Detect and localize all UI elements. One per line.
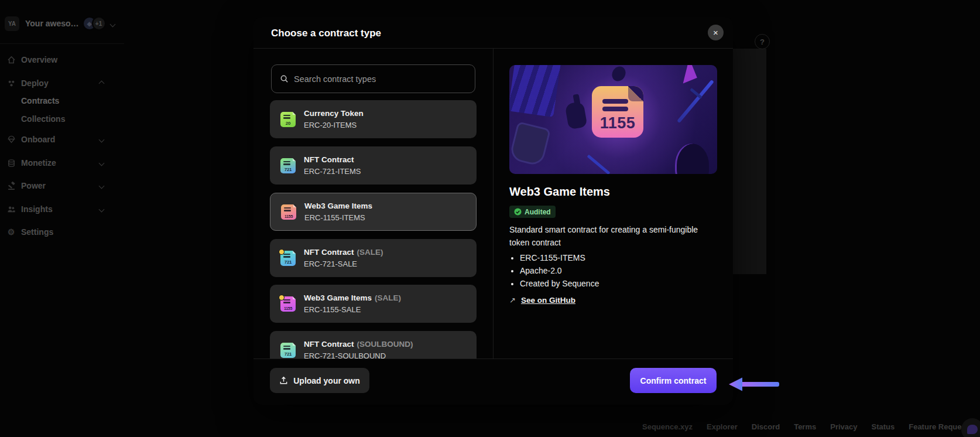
search-icon [280,74,289,83]
sword-icon [677,80,714,123]
wedge-shape [675,65,697,84]
bullet-item: Apache-2.0 [520,265,599,276]
contract-option-erc1155-sale[interactable]: 1155 Web3 Game Items(SALE) ERC-1155-SALE [270,285,477,323]
potion-bottle-icon [564,101,587,130]
bullet-item: ERC-1155-ITEMS [520,252,599,264]
contract-code: ERC-1155-ITEMS [304,213,372,223]
contract-code: ERC-20-ITEMS [304,120,364,130]
choose-contract-modal: Choose a contract type × 20 Currency Tok… [253,17,733,405]
erc721-sale-doc-icon: 721 [280,251,296,266]
contract-code: ERC-721-SALE [304,259,383,269]
shield-icon [509,121,551,167]
contract-name: NFT Contract [304,248,354,257]
upload-your-own-button[interactable]: Upload your own [270,368,369,393]
annotation-arrow [728,375,780,393]
confirm-contract-button[interactable]: Confirm contract [630,368,717,393]
erc1155-document-icon: 1155 [592,86,643,138]
footer-divider [253,359,733,359]
contract-name: Web3 Game Items [304,202,372,210]
contract-option-erc1155-selected[interactable]: 1155 Web3 Game Items ERC-1155-ITEMS [270,193,477,231]
close-icon[interactable]: × [708,25,724,40]
detail-title: Web3 Game Items [509,185,610,199]
search-box [271,64,475,93]
folded-corner [628,86,643,101]
contract-code: ERC-1155-SALE [304,305,401,315]
contract-option-erc721-sale[interactable]: 721 NFT Contract(SALE) ERC-721-SALE [270,239,477,277]
contract-suffix: (SALE) [375,293,401,302]
erc20-doc-icon: 20 [280,112,296,127]
contract-option-erc721-soulbound[interactable]: 721 NFT Contract(SOULBOUND) ERC-721-SOUL… [270,331,477,359]
upload-icon [279,376,288,385]
flask-icon [609,65,628,84]
large-bottle-icon [675,144,709,174]
contract-option-erc20[interactable]: 20 Currency Token ERC-20-ITEMS [270,100,477,138]
erc1155-sale-doc-icon: 1155 [280,296,296,312]
erc1155-doc-icon: 1155 [281,204,296,220]
dagger-icon [587,155,611,174]
bullet-item: Created by Sequence [520,278,599,289]
contract-list-panel: 20 Currency Token ERC-20-ITEMS 721 NFT C… [253,48,493,359]
contract-name: Currency Token [304,109,364,118]
detail-description: Standard smart contract for creating a s… [509,223,708,249]
erc721-doc-icon: 721 [280,158,296,173]
contract-name: NFT Contract [304,155,354,164]
modal-title: Choose a contract type [271,28,381,39]
external-link-icon: ↗ [509,296,516,305]
detail-bullet-list: ERC-1155-ITEMS Apache-2.0 Created by Seq… [520,252,599,291]
contract-option-erc721[interactable]: 721 NFT Contract ERC-721-ITEMS [270,146,477,185]
column-divider [493,48,494,359]
erc721-soulbound-doc-icon: 721 [280,343,296,358]
hero-illustration: 1155 [509,65,717,174]
search-input[interactable] [294,74,475,84]
contract-code: ERC-721-ITEMS [304,166,361,176]
contract-suffix: (SALE) [357,248,383,257]
pillars-shape [509,65,561,117]
contract-name: NFT Contract [304,340,354,349]
contract-name: Web3 Game Items [304,293,372,302]
contract-code: ERC-721-SOULBOUND [304,351,413,359]
audited-badge: Audited [509,206,556,218]
github-link[interactable]: ↗ See on GitHub [509,296,575,305]
contract-suffix: (SOULBOUND) [357,340,413,349]
check-circle-icon [514,208,522,216]
